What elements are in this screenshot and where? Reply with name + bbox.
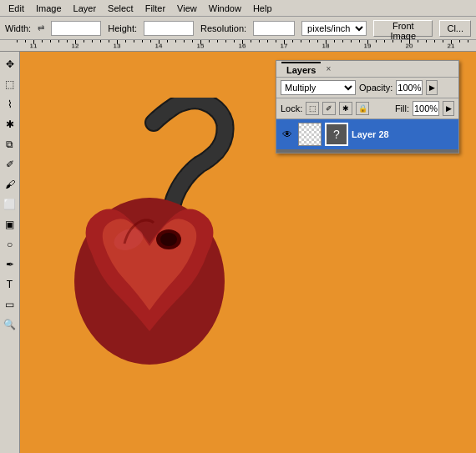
layers-panel-close[interactable]: × (326, 64, 331, 73)
eyedropper-tool[interactable]: ✐ (1, 155, 19, 174)
resolution-input[interactable] (253, 21, 295, 36)
menu-select[interactable]: Select (103, 2, 139, 15)
layer-row[interactable]: 👁 ? Layer 28 (276, 119, 458, 149)
fill-arrow[interactable]: ▶ (443, 101, 454, 116)
height-input[interactable] (144, 21, 194, 36)
clear-button[interactable]: Cl... (439, 20, 471, 37)
lock-image-icon[interactable]: ✱ (339, 102, 352, 115)
crop-tool[interactable]: ⧉ (1, 135, 19, 154)
lock-position-icon[interactable]: ✐ (322, 102, 336, 115)
layer-thumbnail (298, 123, 322, 146)
menu-edit[interactable]: Edit (3, 2, 29, 15)
lock-all-icon[interactable]: 🔒 (356, 102, 369, 115)
layers-panel: Layers × Multiply Opacity: ▶ Lock: ⬚ ✐ ✱… (276, 60, 459, 154)
options-bar: Width: ⇄ Height: Resolution: pixels/inch… (0, 17, 476, 40)
menu-window[interactable]: Window (204, 2, 246, 15)
lock-label: Lock: (281, 103, 302, 113)
menu-view[interactable]: View (172, 2, 202, 15)
menu-layer[interactable]: Layer (68, 2, 102, 15)
main-area: ✥ ⬚ ⌇ ✱ ⧉ ✐ 🖌 ⬜ ▣ ○ ✒ T ▭ 🔍 (0, 52, 476, 453)
fill-input[interactable] (413, 101, 439, 116)
brush-tool[interactable]: 🖌 (1, 175, 19, 194)
layers-panel-titlebar: Layers × (276, 61, 458, 78)
menu-bar: Edit Image Layer Select Filter View Wind… (0, 0, 476, 17)
move-tool[interactable]: ✥ (1, 55, 19, 73)
layers-tab[interactable]: Layers (281, 62, 321, 77)
opacity-label: Opacity: (359, 83, 392, 93)
resolution-unit-select[interactable]: pixels/inch (301, 21, 367, 36)
opacity-input[interactable] (396, 80, 423, 95)
blend-mode-select[interactable]: Multiply (281, 80, 356, 95)
marquee-tool[interactable]: ⬚ (1, 75, 19, 93)
svg-point-3 (160, 233, 177, 246)
layer-name: Layer 28 (352, 129, 455, 139)
ruler (0, 40, 476, 52)
pen-tool[interactable]: ✒ (1, 255, 19, 274)
layer-visibility-icon[interactable]: 👁 (280, 127, 295, 142)
layers-lock-row: Lock: ⬚ ✐ ✱ 🔒 Fill: ▶ (276, 98, 458, 119)
lasso-tool[interactable]: ⌇ (1, 95, 19, 113)
width-input[interactable] (51, 21, 101, 36)
layers-blend-row: Multiply Opacity: ▶ (276, 78, 458, 98)
zoom-tool[interactable]: 🔍 (1, 315, 19, 334)
heart-image (45, 98, 262, 390)
layers-list: 👁 ? Layer 28 (276, 119, 458, 153)
fill-label: Fill: (395, 103, 409, 113)
text-tool[interactable]: T (1, 275, 19, 294)
menu-image[interactable]: Image (31, 2, 67, 15)
width-label: Width: (5, 23, 31, 33)
menu-help[interactable]: Help (248, 2, 277, 15)
shape-tool[interactable]: ▭ (1, 295, 19, 314)
height-label: Height: (108, 23, 137, 33)
layer-mask-thumbnail: ? (325, 123, 348, 146)
gradient-tool[interactable]: ▣ (1, 215, 19, 234)
swap-icon: ⇄ (38, 23, 44, 33)
toolbox: ✥ ⬚ ⌇ ✱ ⧉ ✐ 🖌 ⬜ ▣ ○ ✒ T ▭ 🔍 (0, 52, 20, 453)
front-image-button[interactable]: Front Image (373, 20, 433, 37)
ruler-canvas (0, 40, 476, 51)
canvas-area: Layers × Multiply Opacity: ▶ Lock: ⬚ ✐ ✱… (20, 52, 476, 453)
menu-filter[interactable]: Filter (140, 2, 170, 15)
lock-transparent-icon[interactable]: ⬚ (306, 102, 319, 115)
opacity-arrow[interactable]: ▶ (426, 80, 438, 95)
eraser-tool[interactable]: ⬜ (1, 195, 19, 214)
resolution-label: Resolution: (200, 23, 246, 33)
magic-wand-tool[interactable]: ✱ (1, 115, 19, 133)
dodge-tool[interactable]: ○ (1, 235, 19, 254)
